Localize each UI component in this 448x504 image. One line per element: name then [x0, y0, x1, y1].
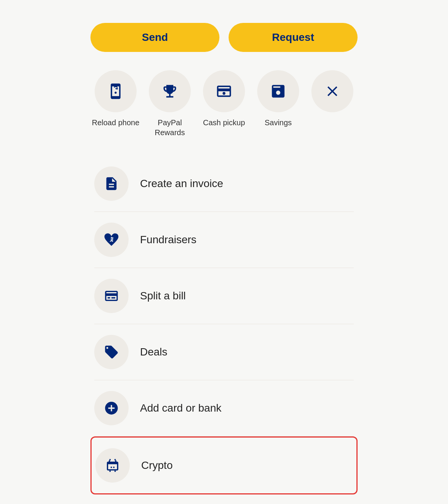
add-card-bank-label: Add card or bank [140, 402, 221, 414]
invoice-icon [104, 176, 119, 191]
create-invoice-icon-circle [94, 166, 129, 201]
create-invoice-label: Create an invoice [140, 178, 223, 190]
reload-phone-icon-circle [95, 70, 137, 112]
split-bill-icon [104, 288, 119, 304]
top-buttons-row: Send Request [90, 23, 358, 52]
fundraisers-label: Fundraisers [140, 234, 197, 246]
reload-phone-item[interactable]: Reload phone [90, 70, 141, 128]
add-card-icon [104, 401, 119, 416]
deals-icon-circle [94, 335, 129, 369]
cash-pickup-item[interactable]: Cash pickup [199, 70, 249, 128]
reload-phone-label: Reload phone [92, 118, 140, 128]
fundraisers-icon [104, 232, 119, 247]
crypto-icon-circle [95, 448, 130, 483]
deals-item[interactable]: Deals [90, 324, 358, 380]
savings-icon-circle [257, 70, 299, 112]
close-item[interactable] [307, 70, 358, 112]
quick-actions-grid: Reload phone PayPal Rewards Cash pickup [90, 70, 358, 137]
deals-icon [104, 344, 119, 360]
add-card-bank-icon-circle [94, 391, 129, 425]
send-button[interactable]: Send [90, 23, 219, 52]
split-bill-icon-circle [94, 279, 129, 313]
fundraisers-item[interactable]: Fundraisers [90, 212, 358, 268]
deals-label: Deals [140, 346, 168, 358]
crypto-icon [105, 458, 120, 473]
split-bill-item[interactable]: Split a bill [90, 268, 358, 324]
create-invoice-item[interactable]: Create an invoice [90, 156, 358, 212]
cash-pickup-icon-circle [203, 70, 245, 112]
savings-label: Savings [264, 118, 292, 128]
main-container: Send Request Reload phone PayPal Rewards [90, 23, 358, 494]
request-button[interactable]: Request [229, 23, 358, 52]
crypto-item[interactable]: Crypto [90, 436, 358, 494]
svg-point-0 [222, 92, 225, 95]
paypal-rewards-icon-circle [149, 70, 191, 112]
savings-item[interactable]: Savings [253, 70, 303, 128]
crypto-label: Crypto [141, 459, 172, 472]
split-bill-label: Split a bill [140, 290, 186, 302]
trophy-icon [161, 83, 178, 100]
close-icon-circle [311, 70, 353, 112]
cash-pickup-icon [216, 83, 232, 100]
add-card-bank-item[interactable]: Add card or bank [90, 380, 358, 436]
fundraisers-icon-circle [94, 223, 129, 257]
cash-pickup-label: Cash pickup [203, 118, 245, 128]
savings-icon [270, 83, 287, 100]
reload-phone-icon [107, 83, 124, 100]
paypal-rewards-item[interactable]: PayPal Rewards [145, 70, 195, 137]
close-icon [324, 83, 341, 100]
paypal-rewards-label: PayPal Rewards [145, 118, 195, 137]
